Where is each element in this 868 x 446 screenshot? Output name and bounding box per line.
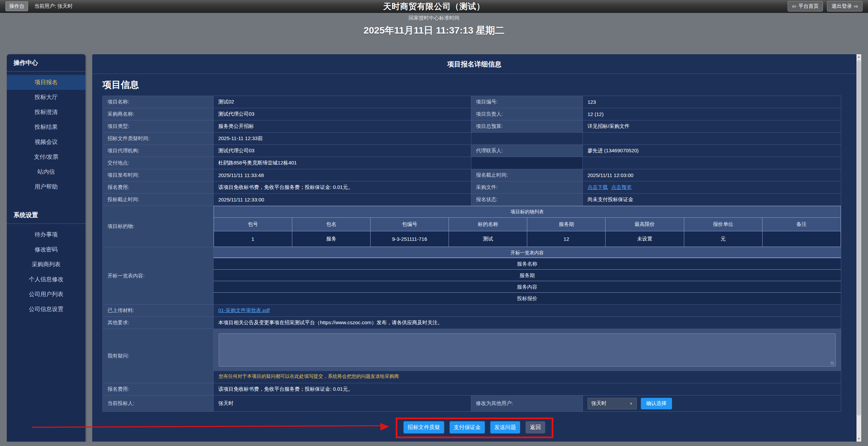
cell: 未设置 <box>606 231 684 247</box>
lots-table-caption: 项目标的物列表 <box>214 206 841 218</box>
pay-deposit-button[interactable]: 支付保证金 <box>450 421 485 433</box>
sidebar-item-company-users[interactable]: 公司用户列表 <box>7 287 85 302</box>
page-title: 项目报名详细信息 <box>92 54 856 74</box>
doc-challenge-button[interactable]: 招标文件质疑 <box>403 421 444 433</box>
field-label: 项目类型: <box>103 120 214 133</box>
field-value: 廖先进 (13469070520) <box>583 145 841 157</box>
field-value: 2025/11/11 11:33:48 <box>213 169 471 181</box>
scrollbar-thumb[interactable] <box>857 60 861 415</box>
scrollbar[interactable]: ▲ ▼ <box>856 54 861 442</box>
sidebar-item-company-info[interactable]: 公司信息设置 <box>7 302 85 317</box>
lots-table: 项目标的物列表 包号 包名 包编号 标的名称 服务期 最高限价 报价单位 备注 … <box>214 206 841 247</box>
sidebar-item-todo[interactable]: 待办事项 <box>7 227 85 242</box>
field-label: 项目名称: <box>103 96 214 108</box>
logout-button[interactable]: 退出登录 ⇨ <box>827 1 863 12</box>
empty-cell <box>583 157 841 169</box>
field-label: 修改为其他用户: <box>471 395 583 412</box>
scroll-up-icon[interactable]: ▲ <box>856 54 861 60</box>
cell: 12 <box>527 231 606 247</box>
platform-home-label: 平台首页 <box>798 3 818 9</box>
sidebar-item-change-password[interactable]: 修改密码 <box>7 242 85 257</box>
column-header: 包名 <box>292 218 370 231</box>
download-doc-link[interactable]: 点击下载 <box>588 184 608 190</box>
current-user-label: 当前用户: 张天时 <box>34 3 73 9</box>
sidebar-item-profile-edit[interactable]: 个人信息修改 <box>7 272 85 287</box>
project-info-table: 项目名称: 测试02 项目编号: 123 采购商名称: 测试代理公司03 项目负… <box>102 96 841 412</box>
column-header: 最高限价 <box>606 218 684 231</box>
signup-fee-value: 该项目免收标书费，免收平台服务费；投标保证金: 0.01元。 <box>213 383 841 395</box>
sidebar-item-bid-result[interactable]: 投标结果 <box>7 120 85 135</box>
uploaded-file-link[interactable]: 01-采购文件审批表.pdf <box>218 307 270 313</box>
field-label: 采购文件: <box>471 181 583 194</box>
field-label: 项目编号: <box>471 96 583 108</box>
current-datetime: 2025年11月11日 11:37:13 星期二 <box>0 24 868 37</box>
field-label: 项目总预算: <box>471 120 583 133</box>
confirm-select-button[interactable]: 确认选择 <box>641 398 672 409</box>
field-value: 123 <box>583 96 841 108</box>
current-bidder-value: 张天时 <box>213 395 471 412</box>
scroll-down-icon[interactable]: ▼ <box>856 436 861 442</box>
sidebar-section-settings: 系统设置 <box>7 207 85 224</box>
table-row: 其他要求: 本项目相关公告及变更事项在招采测试平台（https://www.cs… <box>103 317 841 329</box>
platform-home-button[interactable]: ⇦ 平台首页 <box>788 1 823 12</box>
bid-form-row: 服务名称 <box>214 258 841 270</box>
cell: 9-3-251111-716 <box>371 231 449 247</box>
table-row: 报名费用: 该项目免收标书费，免收平台服务费；投标保证金: 0.01元。 <box>103 383 841 395</box>
field-label: 其他要求: <box>103 317 214 329</box>
table-row: 项目发布时间: 2025/11/11 11:33:48 报名截止时间: 2025… <box>103 169 841 181</box>
arrow-left-icon: ⇦ <box>792 3 796 9</box>
field-label: 当前投标人: <box>103 395 214 412</box>
bid-form-row: 服务期 <box>214 270 841 281</box>
field-label: 报名截止时间: <box>471 169 583 181</box>
bid-form-row: 投标报价 <box>214 293 841 304</box>
sidebar-item-pay-invoice[interactable]: 支付/发票 <box>7 150 85 164</box>
change-user-select[interactable]: 张天时 ▼ <box>588 398 637 409</box>
sidebar-item-purchaser-list[interactable]: 采购商列表 <box>7 257 85 272</box>
field-label: 项目发布时间: <box>103 169 214 181</box>
sidebar: 操作中心 项目报名 投标大厅 投标澄清 投标结果 视频会议 支付/发票 站内信 … <box>7 54 85 442</box>
column-header: 报价单位 <box>684 218 762 231</box>
send-question-button[interactable]: 发送问题 <box>490 421 520 433</box>
table-row: 项目名称: 测试02 项目编号: 123 <box>103 96 841 108</box>
sidebar-item-bid-clarify[interactable]: 投标澄清 <box>7 105 85 120</box>
question-area <box>214 329 841 371</box>
bid-form-row: 服务内容 <box>214 281 841 293</box>
action-bar: 招标文件质疑 支付保证金 发送问题 返回 <box>92 421 856 433</box>
sidebar-item-video-meeting[interactable]: 视频会议 <box>7 135 85 150</box>
back-button[interactable]: 返回 <box>526 421 545 433</box>
question-hint: 您有任何对于本项目的疑问都可以在此处填写提交，系统将会把您的问题发送给采购商 <box>214 371 841 383</box>
field-label: 项目标的物: <box>103 206 214 247</box>
logout-label: 退出登录 <box>831 3 852 9</box>
question-textarea[interactable] <box>219 333 836 367</box>
sidebar-section-operations: 操作中心 <box>7 54 85 71</box>
field-value: 2025/11/11 12:03:00 <box>583 169 841 181</box>
console-button[interactable]: 操作台 <box>5 1 28 11</box>
field-label: 我有疑问: <box>103 329 214 383</box>
selected-user: 张天时 <box>591 400 607 407</box>
field-label: 代理联系人: <box>471 145 583 157</box>
sidebar-item-site-message[interactable]: 站内信 <box>7 164 85 179</box>
time-source-label: 国家授时中心标准时间 <box>0 15 868 21</box>
table-row: 采购商名称: 测试代理公司03 项目负责人: 12 (12) <box>103 108 841 120</box>
cell: 服务 <box>292 231 370 247</box>
field-value: 服务类公开招标 <box>213 120 471 133</box>
top-bar: 操作台 当前用户: 张天时 天时商贸有限公司（测试） ⇦ 平台首页 退出登录 ⇨ <box>0 0 868 13</box>
signup-status-value: 尚未支付投标保证金 <box>583 194 841 206</box>
field-label: 报名费用: <box>103 181 214 194</box>
field-label: 交付地点: <box>103 157 214 169</box>
preview-doc-link[interactable]: 点击预览 <box>611 184 632 190</box>
sidebar-item-bid-hall[interactable]: 投标大厅 <box>7 90 85 105</box>
field-value: 12 (12) <box>583 108 841 120</box>
field-value: 测试02 <box>213 96 471 108</box>
field-label: 报名费用: <box>103 383 214 395</box>
field-label: 已上传材料: <box>103 305 214 317</box>
table-row: 交付地点: 杜鹃路858号奥克斯缔壹城12栋401 <box>103 157 841 169</box>
sidebar-item-user-help[interactable]: 用户帮助 <box>7 179 85 194</box>
cell <box>762 231 841 247</box>
table-row-bid-form: 开标一览表内容: 开标一览表内容 服务名称 服务期 服务内容 投标报价 <box>103 247 841 305</box>
signup-fee-value: 该项目免收标书费，免收平台服务费；投标保证金: 0.01元。 <box>213 181 471 194</box>
main-panel: 项目报名详细信息 项目信息 项目名称: 测试02 项目编号: 123 采购商名称… <box>92 54 856 442</box>
sidebar-item-project-signup[interactable]: 项目报名 <box>7 75 85 90</box>
field-label: 投标截止时间: <box>103 194 214 206</box>
bid-form-caption: 开标一览表内容 <box>214 247 841 258</box>
